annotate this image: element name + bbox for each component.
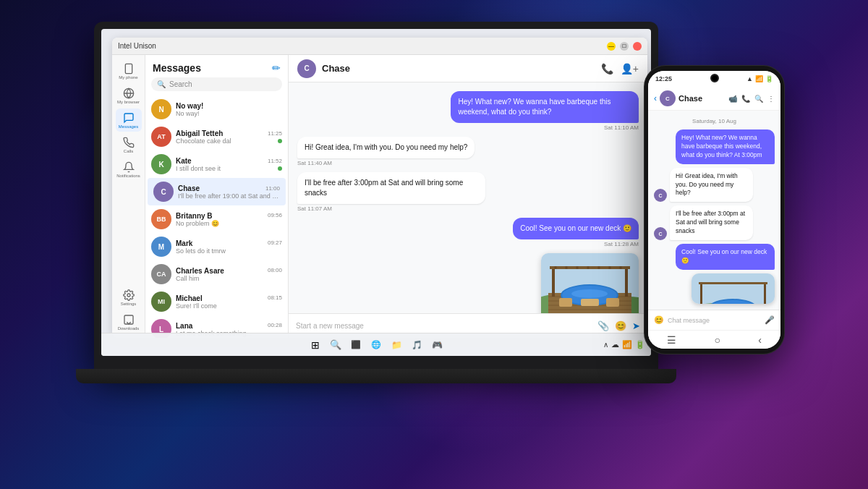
call-button[interactable]: 📞 — [601, 63, 613, 75]
tray-cloud-icon[interactable]: ☁ — [611, 340, 619, 349]
message-input[interactable]: Start a new message — [296, 322, 592, 330]
svg-point-17 — [571, 289, 608, 298]
phone-back-icon[interactable]: ‹ — [654, 93, 657, 103]
contact-info: Charles Asare 08:00 Call him — [176, 267, 282, 282]
contact-time: 08:15 — [268, 294, 282, 302]
app-body: My phone My browser Messages — [112, 55, 647, 338]
tray-battery-icon[interactable]: 🔋 — [635, 340, 645, 349]
list-item[interactable]: M Mark 09:27 So lets do it tmrw — [145, 233, 288, 260]
phone-nav-home[interactable]: ○ — [714, 334, 720, 346]
phone-message-sent: Cool! See you on our new deck 🙂 — [676, 244, 775, 270]
app-window: Intel Unison — □ ✕ — [112, 38, 647, 338]
list-item-chase[interactable]: C Chase 11:00 I'll be free after 19:00 a… — [148, 178, 286, 205]
contact-name: Kate — [176, 157, 192, 165]
music-taskbar-button[interactable]: 🎵 — [407, 336, 426, 354]
taskbar: ⊞ 🔍 ⬛ 🌐 📁 🎵 🎮 ∧ ☁ 📶 🔋 — [101, 333, 651, 356]
avatar: BB — [151, 209, 171, 229]
message-received: Hi! Great idea, I'm with you. Do you nee… — [297, 137, 475, 166]
phone-input-area: 😊 Chat message 🎤 — [648, 310, 780, 330]
avatar: C — [153, 182, 174, 202]
svg-rect-41 — [700, 284, 702, 304]
sidebar-item-downloads[interactable]: Downloads — [116, 310, 142, 333]
close-button[interactable]: ✕ — [633, 42, 642, 51]
window-controls: — □ ✕ — [607, 42, 642, 51]
maximize-button[interactable]: □ — [620, 42, 629, 51]
message-time: Sat 11:10 AM — [451, 124, 639, 131]
list-item[interactable]: BB Britanny B 09:56 No problem 😊 — [145, 205, 288, 233]
edge-taskbar-button[interactable]: 🌐 — [367, 336, 386, 354]
phone-nav-menu[interactable]: ☰ — [667, 334, 676, 346]
contact-list: N No way! No way! — [145, 95, 288, 338]
sidebar-item-notifications[interactable]: Notifications — [116, 158, 142, 181]
start-button[interactable]: ⊞ — [306, 336, 325, 354]
browser-label: My browser — [117, 100, 140, 104]
chat-contact-avatar: C — [297, 59, 316, 78]
message-bubble-sent: Cool! See you on our new deck 🙂 — [513, 218, 639, 239]
search-bar[interactable]: 🔍 Search — [151, 77, 282, 91]
message-time-received: Sat 11:40 AM — [297, 160, 475, 166]
phone-screen: 12:25 ▲ 📶 🔋 ‹ C Chase 📹 📞 🔍 ⋮ — [648, 71, 780, 349]
message-time-received: Sat 11:07 AM — [297, 205, 485, 212]
title-bar: Intel Unison — □ ✕ — [112, 38, 647, 55]
svg-rect-18 — [552, 268, 555, 297]
list-item[interactable]: MI Michael 08:15 Sure! I'll come — [145, 288, 288, 315]
message-bubble-received: Hi! Great idea, I'm with you. Do you nee… — [297, 137, 475, 158]
emoji-icon[interactable]: 😊 — [615, 320, 626, 331]
phone-search-icon[interactable]: 🔍 — [754, 95, 763, 103]
sidebar-item-browser[interactable]: My browser — [116, 84, 142, 107]
list-item[interactable]: K Kate 11:52 I still dont see it — [145, 150, 288, 178]
message-received: I'll be free after 3:00pm at Sat and wil… — [297, 172, 485, 212]
tray-wifi-icon[interactable]: 📶 — [622, 340, 632, 349]
minimize-button[interactable]: — — [607, 42, 616, 51]
phone-video-icon[interactable]: 📹 — [728, 95, 737, 103]
phone-emoji-input-icon[interactable]: 😊 — [654, 315, 664, 325]
phone-more-icon[interactable]: ⋮ — [767, 95, 775, 103]
attach-icon[interactable]: 📎 — [597, 320, 609, 331]
phone-input-field[interactable]: Chat message — [668, 317, 761, 324]
signal-icon: ▲ — [746, 75, 753, 82]
phone-message-received: C I'll be free after 3:00pm at Sat and w… — [654, 205, 753, 240]
contact-name: Michael — [176, 294, 203, 302]
list-item[interactable]: N No way! No way! — [145, 95, 288, 123]
avatar: CA — [151, 264, 171, 284]
sidebar-item-phone[interactable]: My phone — [116, 59, 142, 82]
game-taskbar-button[interactable]: 🎮 — [427, 336, 446, 354]
phone-contact-name: Chase — [678, 94, 726, 103]
compose-button[interactable]: ✏ — [272, 62, 281, 74]
phone-nav-back[interactable]: ‹ — [758, 334, 762, 346]
taskbar-center: ⊞ 🔍 ⬛ 🌐 📁 🎵 🎮 — [306, 336, 446, 354]
phone-message-image — [692, 273, 775, 304]
sidebar-item-settings[interactable]: Settings — [116, 286, 142, 309]
sidebar-item-calls[interactable]: Calls — [116, 133, 142, 156]
phone-mic-icon[interactable]: 🎤 — [765, 315, 775, 325]
avatar: M — [151, 237, 171, 257]
message-image — [541, 253, 639, 313]
search-taskbar-button[interactable]: 🔍 — [326, 336, 345, 354]
svg-rect-5 — [124, 315, 133, 324]
sidebar-item-messages[interactable]: Messages — [116, 109, 142, 132]
task-view-button[interactable]: ⬛ — [346, 336, 365, 354]
laptop-base — [76, 369, 676, 383]
add-person-button[interactable]: 👤+ — [621, 63, 639, 75]
contact-preview: Call him — [176, 275, 282, 282]
downloads-label: Downloads — [118, 326, 140, 331]
contact-time: 11:25 — [268, 130, 282, 137]
phone-avatar-small: C — [654, 189, 667, 202]
message-sent: Hey! What new? We wanna have barbeque th… — [451, 91, 639, 131]
send-icon[interactable]: ➤ — [632, 320, 640, 331]
message-bubble-sent: Hey! What new? We wanna have barbeque th… — [451, 91, 639, 123]
phone-call-icon[interactable]: 📞 — [741, 95, 750, 103]
phone-date-label: Saturday, 10 Aug — [654, 118, 775, 124]
phone-messages-area: Saturday, 10 Aug Hey! What new? We wanna… — [648, 111, 780, 310]
message-image-container: Sat 11:09 AM — [541, 253, 639, 313]
contact-preview: No way! — [176, 110, 282, 117]
avatar: AT — [151, 127, 171, 147]
messages-label: Messages — [119, 124, 138, 129]
explorer-taskbar-button[interactable]: 📁 — [387, 336, 406, 354]
list-item[interactable]: AT Abigail Tetteh 11:25 Chocolate cake d… — [145, 123, 288, 150]
contact-time: 08:00 — [268, 267, 282, 275]
list-item[interactable]: CA Charles Asare 08:00 Call him — [145, 260, 288, 288]
battery-icon: 🔋 — [765, 75, 773, 82]
tray-chevron[interactable]: ∧ — [603, 341, 608, 349]
sidebar-icons: My phone My browser Messages — [112, 55, 145, 338]
